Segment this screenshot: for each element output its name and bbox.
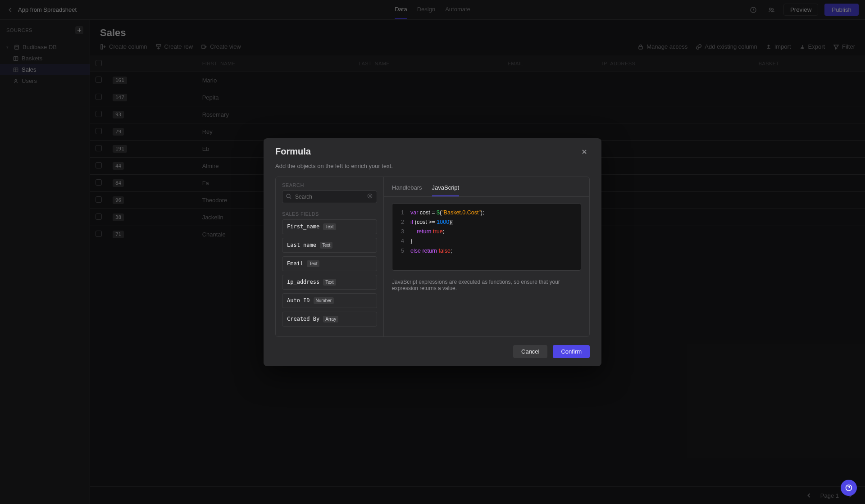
tab-javascript[interactable]: JavaScript — [432, 182, 460, 196]
svg-point-11 — [287, 194, 290, 198]
field-type-badge: Text — [320, 242, 332, 249]
field-item[interactable]: Created ByArray — [282, 312, 377, 327]
modal-close-button[interactable] — [579, 146, 590, 157]
modal-subtitle: Add the objects on the left to enrich yo… — [264, 163, 601, 177]
cancel-button[interactable]: Cancel — [513, 345, 547, 358]
field-item[interactable]: First_nameText — [282, 219, 377, 234]
search-label: SEARCH — [276, 177, 383, 191]
field-name: Email — [287, 260, 303, 267]
question-icon — [845, 484, 852, 491]
field-name: Ip_address — [287, 279, 319, 285]
modal-overlay[interactable]: Formula Add the objects on the left to e… — [0, 0, 865, 504]
help-fab[interactable] — [841, 480, 857, 496]
field-type-badge: Text — [307, 260, 319, 267]
search-icon — [286, 193, 292, 200]
field-type-badge: Array — [323, 316, 338, 322]
x-circle-icon — [367, 193, 373, 199]
code-editor[interactable]: 1var cost = $("Basket.0.Cost"); 2if (cos… — [392, 203, 581, 271]
language-tabs: Handlebars JavaScript — [384, 177, 589, 197]
field-name: Auto ID — [287, 297, 310, 304]
formula-modal: Formula Add the objects on the left to e… — [264, 138, 601, 366]
field-name: Last_name — [287, 242, 316, 248]
tab-handlebars[interactable]: Handlebars — [392, 182, 422, 196]
field-item[interactable]: Last_nameText — [282, 238, 377, 253]
field-type-badge: Number — [314, 297, 334, 304]
fields-group-label: SALES FIELDS — [276, 208, 383, 219]
field-search-input[interactable] — [282, 191, 377, 203]
field-item[interactable]: Auto IDNumber — [282, 293, 377, 308]
field-type-badge: Text — [323, 279, 336, 286]
js-hint: JavaScript expressions are executed as f… — [384, 277, 589, 298]
field-item[interactable]: EmailText — [282, 256, 377, 271]
field-name: Created By — [287, 316, 319, 322]
fields-pane: SEARCH SALES FIELDS First_nameTextLast_n… — [276, 177, 384, 336]
field-name: First_name — [287, 223, 319, 230]
modal-footer: Cancel Confirm — [264, 337, 601, 366]
close-icon — [581, 149, 587, 155]
modal-title: Formula — [275, 146, 311, 157]
clear-search-button[interactable] — [367, 193, 373, 200]
field-list[interactable]: First_nameTextLast_nameTextEmailTextIp_a… — [276, 219, 383, 336]
editor-pane: Handlebars JavaScript 1var cost = $("Bas… — [384, 177, 589, 336]
field-type-badge: Text — [323, 223, 336, 230]
confirm-button[interactable]: Confirm — [553, 345, 590, 358]
field-item[interactable]: Ip_addressText — [282, 275, 377, 290]
